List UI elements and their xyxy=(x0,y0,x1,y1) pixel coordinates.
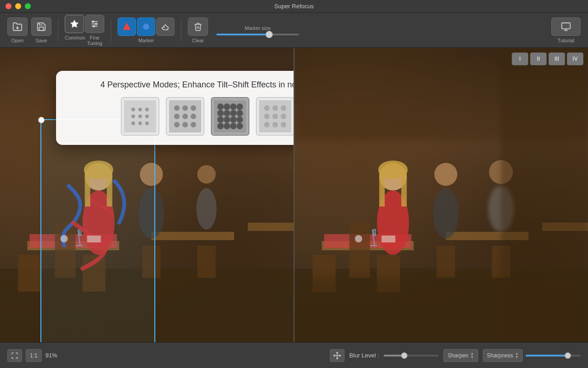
mode-buttons xyxy=(65,15,104,33)
right-photo[interactable]: I II III IV xyxy=(294,48,588,342)
perspective-tab-4[interactable]: IV xyxy=(567,52,583,65)
svg-point-43 xyxy=(145,121,149,125)
marker-eraser-button[interactable] xyxy=(156,17,175,36)
svg-point-60 xyxy=(224,110,230,116)
svg-rect-94 xyxy=(379,170,385,207)
svg-rect-89 xyxy=(437,246,455,278)
clear-button[interactable] xyxy=(188,17,208,36)
sep-3 xyxy=(181,19,181,42)
open-label: Open xyxy=(11,38,24,43)
sharpness-down-arrow[interactable]: ▼ xyxy=(515,356,519,359)
svg-point-79 xyxy=(272,122,278,127)
svg-point-39 xyxy=(138,115,142,118)
svg-point-70 xyxy=(237,123,243,129)
svg-point-73 xyxy=(272,105,278,111)
svg-point-62 xyxy=(237,110,243,116)
tutorial-group: Tutorial xyxy=(551,17,581,43)
svg-point-72 xyxy=(264,105,270,111)
handle-top-left[interactable] xyxy=(38,117,45,123)
svg-point-68 xyxy=(224,123,230,129)
blur-level-slider[interactable] xyxy=(384,355,439,356)
svg-point-31 xyxy=(198,165,216,184)
marker-size-label: Marker size xyxy=(245,25,271,31)
main-content: 4 Perspective Modes; Enhance Tilt–Shift … xyxy=(0,48,588,342)
left-photo[interactable]: 4 Perspective Modes; Enhance Tilt–Shift … xyxy=(0,48,294,342)
fit-view-button[interactable] xyxy=(7,349,22,362)
svg-point-6 xyxy=(96,23,97,24)
selection-rectangle[interactable] xyxy=(40,119,155,342)
svg-point-67 xyxy=(217,123,224,129)
mode-icon-3[interactable] xyxy=(211,97,249,136)
svg-point-56 xyxy=(224,104,230,110)
svg-point-74 xyxy=(281,105,286,111)
marker-group: Marker xyxy=(118,17,175,43)
mode-icon-1[interactable] xyxy=(121,97,159,136)
svg-point-38 xyxy=(131,115,135,118)
fine-tuning-label: Fine Tuning xyxy=(85,35,104,46)
marker-buttons xyxy=(118,17,175,36)
marker-label: Marker xyxy=(138,38,154,43)
svg-point-61 xyxy=(230,110,237,116)
svg-point-64 xyxy=(224,116,230,123)
sharpen-stepper[interactable]: ▲ ▼ xyxy=(470,349,474,362)
svg-point-41 xyxy=(131,121,135,125)
marker-size-slider[interactable] xyxy=(216,34,299,35)
sharpness-select[interactable]: Sharpness ▲ ▼ xyxy=(483,349,523,362)
svg-rect-88 xyxy=(350,223,370,278)
bottom-left: 1:1 91% xyxy=(7,349,57,362)
sharpen-label: Sharpen xyxy=(447,352,468,359)
save-button[interactable] xyxy=(31,17,51,36)
move-tool-button[interactable] xyxy=(330,349,345,362)
sep-2 xyxy=(111,19,111,42)
perspective-tab-3[interactable]: III xyxy=(548,52,565,65)
common-button[interactable] xyxy=(65,15,84,33)
svg-rect-102 xyxy=(501,48,588,342)
open-button[interactable] xyxy=(7,17,28,36)
minimize-button[interactable] xyxy=(15,3,21,9)
titlebar: Super Refocus xyxy=(0,0,588,13)
blur-level-label: Blur Level : xyxy=(349,352,379,359)
zoom-1to1-button[interactable]: 1:1 xyxy=(26,349,42,362)
tutorial-button[interactable] xyxy=(551,17,581,36)
svg-point-55 xyxy=(217,104,224,110)
svg-rect-95 xyxy=(401,170,407,207)
clear-group: Clear xyxy=(188,17,208,43)
svg-point-42 xyxy=(138,121,142,125)
svg-point-78 xyxy=(264,122,270,127)
svg-point-30 xyxy=(197,188,217,230)
marker-blue-button[interactable] xyxy=(137,17,155,36)
svg-point-63 xyxy=(217,116,224,123)
perspective-tab-2[interactable]: II xyxy=(530,52,547,65)
svg-point-80 xyxy=(281,122,286,127)
mode-icon-4[interactable] xyxy=(256,97,294,136)
svg-rect-16 xyxy=(248,223,294,231)
close-button[interactable] xyxy=(6,3,11,9)
mode-icon-2[interactable] xyxy=(166,97,204,136)
svg-rect-18 xyxy=(18,255,41,292)
sharpness-slider[interactable] xyxy=(526,355,581,356)
sharpen-down-arrow[interactable]: ▼ xyxy=(470,356,474,359)
svg-point-49 xyxy=(182,114,188,119)
fine-tuning-button[interactable] xyxy=(85,15,104,33)
svg-point-96 xyxy=(433,188,459,239)
svg-point-66 xyxy=(237,116,243,123)
svg-point-7 xyxy=(93,25,95,27)
marker-red-button[interactable] xyxy=(118,17,136,36)
marker-size-group: Marker size xyxy=(216,25,299,35)
svg-marker-8 xyxy=(123,23,131,29)
svg-point-53 xyxy=(191,122,196,127)
save-group: Save xyxy=(31,17,51,43)
perspective-tab-1[interactable]: I xyxy=(512,52,528,65)
svg-point-52 xyxy=(182,122,188,127)
save-label: Save xyxy=(35,38,47,43)
sharpen-select[interactable]: Sharpen ▲ ▼ xyxy=(443,349,478,362)
svg-point-58 xyxy=(237,104,243,110)
svg-point-35 xyxy=(131,108,135,111)
sharpness-label: Sharpness xyxy=(487,352,513,359)
bottom-right: Blur Level : Sharpen ▲ ▼ Sharpness ▲ ▼ xyxy=(349,349,581,362)
svg-point-9 xyxy=(143,23,149,29)
sharpness-stepper[interactable]: ▲ ▼ xyxy=(515,349,519,362)
window-title: Super Refocus xyxy=(274,3,314,10)
svg-point-36 xyxy=(138,108,142,111)
maximize-button[interactable] xyxy=(25,3,31,9)
